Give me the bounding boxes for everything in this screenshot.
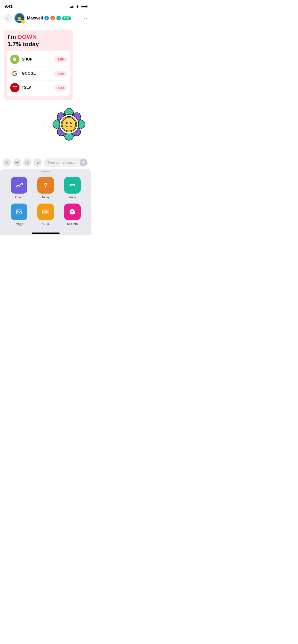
gif-label: GIF <box>15 161 19 164</box>
image-icon <box>11 204 27 220</box>
fire-badge: 🔥 <box>50 16 55 20</box>
app-item-stickers[interactable]: Stickers <box>59 204 86 226</box>
app-item-gifs[interactable]: GIF GIFs <box>32 204 59 226</box>
sticker-button[interactable] <box>23 158 32 167</box>
verified-badge: ✓ <box>44 16 49 20</box>
svg-point-56 <box>37 162 37 162</box>
portfolio-card: I'm DOWN 1.7% today SHOP <box>4 30 73 100</box>
googl-change: ↓4.4% <box>54 71 67 76</box>
shop-ticker: SHOP <box>22 57 52 62</box>
svg-point-44 <box>67 122 67 123</box>
header-name-section: Maxwell ✓ 🔥 🛡 PRO <box>27 16 80 21</box>
status-bar: 9:41 <box>0 0 91 11</box>
stickers-label: Stickers <box>67 222 78 226</box>
down-word: DOWN <box>18 34 37 40</box>
shop-logo <box>10 55 20 64</box>
input-bar: GIF Type something... <box>0 156 91 169</box>
panel-handle <box>42 171 50 172</box>
googl-ticker: GOOGL <box>22 72 52 76</box>
home-indicator <box>0 230 91 235</box>
back-arrow-icon: ‹ <box>7 16 8 20</box>
status-time: 9:41 <box>5 4 13 9</box>
trade-icon <box>64 177 81 194</box>
googl-logo <box>10 69 20 78</box>
svg-point-45 <box>71 122 72 123</box>
signal-icon <box>70 5 74 8</box>
header: ‹ 🧑‍💼 ⚡ Maxwell ✓ 🔥 🛡 PRO ··· <box>0 11 91 26</box>
app-item-trade[interactable]: Trade <box>59 177 86 199</box>
svg-point-42 <box>66 122 68 124</box>
app-item-chart[interactable]: Chart <box>6 177 32 199</box>
today-icon <box>37 177 54 194</box>
gifs-label: GIFs <box>42 222 49 226</box>
emoji-button[interactable] <box>34 158 42 167</box>
flower-sticker <box>50 106 88 143</box>
today-label: Today <box>42 196 50 199</box>
tsla-logo <box>10 83 20 92</box>
stock-row-googl: GOOGL ↓4.4% <box>10 66 67 81</box>
shop-change: ↓6.5% <box>54 56 67 62</box>
svg-point-65 <box>72 211 73 212</box>
shield-badge: 🛡 <box>56 16 61 20</box>
gifs-icon: GIF <box>37 204 54 220</box>
svg-rect-30 <box>15 59 15 59</box>
chart-label: Chart <box>15 196 23 199</box>
stock-row-tsla: TSLA ↓4.4% <box>10 81 67 94</box>
portfolio-message: I'm DOWN 1.7% today SHOP <box>0 26 91 104</box>
app-grid: Chart Today Trade <box>0 177 91 226</box>
status-icons <box>70 5 87 8</box>
app-picker-panel: Chart Today Trade <box>0 169 91 230</box>
svg-point-53 <box>27 162 27 162</box>
app-item-today[interactable]: Today <box>32 177 59 199</box>
svg-point-64 <box>71 211 72 212</box>
close-button[interactable] <box>3 158 11 167</box>
sticker-message <box>0 104 91 145</box>
portfolio-title: I'm DOWN <box>8 34 70 40</box>
chart-icon <box>11 177 27 194</box>
svg-point-43 <box>70 122 72 124</box>
trade-label: Trade <box>69 196 76 199</box>
stickers-icon <box>64 204 81 220</box>
battery-icon <box>81 5 87 8</box>
portfolio-percent: 1.7% today <box>8 40 70 48</box>
home-bar <box>32 232 60 234</box>
input-placeholder: Type something... <box>47 160 75 164</box>
svg-point-54 <box>28 162 28 162</box>
lightning-badge: ⚡ <box>21 20 25 24</box>
svg-point-52 <box>26 161 29 164</box>
gif-button[interactable]: GIF <box>13 158 21 167</box>
image-label: Image <box>15 222 23 226</box>
more-button[interactable]: ··· <box>82 16 88 21</box>
send-button[interactable] <box>80 159 87 166</box>
user-name: Maxwell <box>27 16 43 21</box>
svg-point-48 <box>64 114 66 116</box>
tsla-ticker: TSLA <box>22 86 52 90</box>
svg-point-41 <box>62 118 76 131</box>
chat-area: $ $ I'm DOWN 1.7% today <box>0 26 91 156</box>
tsla-change: ↓4.4% <box>54 85 67 91</box>
app-item-image[interactable]: Image <box>6 204 32 226</box>
svg-point-49 <box>72 114 74 116</box>
svg-point-58 <box>45 184 47 186</box>
svg-text:GIF: GIF <box>43 211 48 214</box>
text-input-wrapper[interactable]: Type something... <box>44 158 88 167</box>
pro-badge: PRO <box>63 16 71 20</box>
stocks-list: SHOP ↓6.5% GOOGL ↓4.4% <box>8 50 70 96</box>
avatar[interactable]: 🧑‍💼 ⚡ <box>15 13 25 23</box>
stock-row-shop: SHOP ↓6.5% <box>10 52 67 66</box>
back-button[interactable]: ‹ <box>4 14 12 22</box>
wifi-icon <box>76 5 79 8</box>
portfolio-header: I'm DOWN 1.7% today <box>8 34 70 48</box>
svg-point-57 <box>38 162 38 162</box>
